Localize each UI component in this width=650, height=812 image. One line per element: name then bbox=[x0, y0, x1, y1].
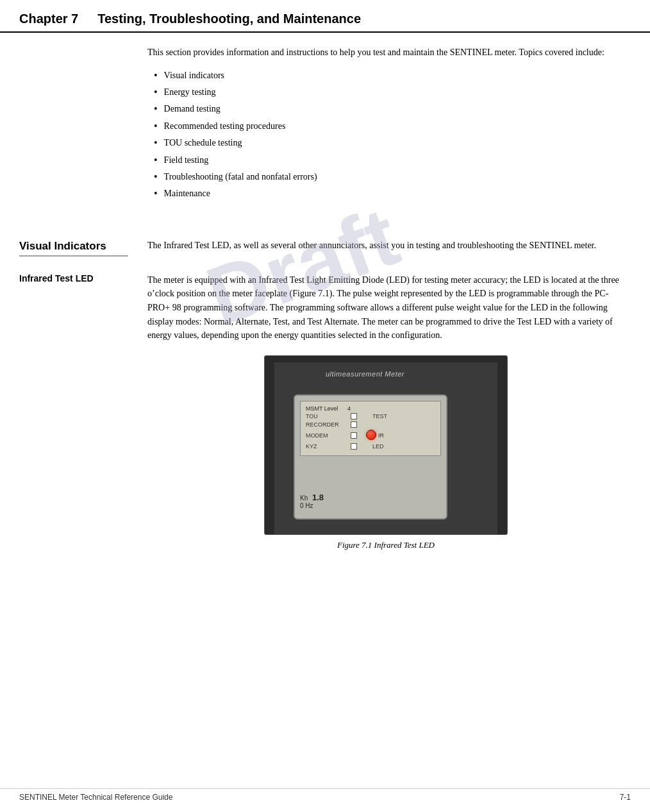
list-item: • Demand testing bbox=[154, 102, 624, 116]
visual-indicators-body: The Infrared Test LED, as well as severa… bbox=[147, 239, 624, 253]
infrared-right-body: The meter is equipped with an Infrared T… bbox=[135, 268, 650, 550]
tou-checkbox bbox=[351, 413, 357, 419]
bullet-icon: • bbox=[154, 102, 158, 116]
section-left-heading: Visual Indicators bbox=[0, 233, 135, 257]
meter-recorder-row: RECORDER bbox=[306, 421, 435, 428]
list-item: • Troubleshooting (fatal and nonfatal er… bbox=[154, 170, 624, 184]
ir-led-indicator bbox=[366, 430, 376, 440]
modem-checkbox bbox=[351, 432, 357, 439]
meter-top-label: ultimeasurement Meter bbox=[326, 370, 404, 378]
infrared-led-section: Infrared Test LED The meter is equipped … bbox=[0, 268, 650, 550]
meter-tou-row: TOU TEST bbox=[306, 413, 435, 419]
list-item: • TOU schedule testing bbox=[154, 136, 624, 150]
meter-outer: ultimeasurement Meter MSMT Level 4 bbox=[274, 362, 497, 534]
bullet-icon: • bbox=[154, 119, 158, 133]
kyz-checkbox bbox=[351, 443, 357, 450]
topics-list: • Visual indicators • Energy testing • D… bbox=[154, 69, 624, 201]
visual-indicators-title: Visual Indicators bbox=[19, 240, 128, 257]
section-right-body: The Infrared Test LED, as well as severa… bbox=[135, 233, 650, 260]
right-column: This section provides information and in… bbox=[135, 33, 650, 227]
bullet-icon: • bbox=[154, 187, 158, 201]
recorder-checkbox bbox=[351, 421, 357, 428]
meter-msmt-row: MSMT Level 4 bbox=[306, 405, 435, 412]
kh-row: Kh 1.8 0 Hz bbox=[300, 493, 324, 509]
chapter-label: Chapter 7 bbox=[19, 12, 78, 26]
figure-caption: Figure 7.1 Infrared Test LED bbox=[337, 540, 435, 550]
figure-image: ultimeasurement Meter MSMT Level 4 bbox=[264, 355, 508, 535]
page-footer: SENTINEL Meter Technical Reference Guide… bbox=[0, 788, 650, 806]
meter-body: MSMT Level 4 TOU TEST RECORDE bbox=[294, 394, 447, 520]
intro-paragraph: This section provides information and in… bbox=[147, 46, 624, 60]
meter-display: MSMT Level 4 TOU TEST RECORDE bbox=[300, 401, 441, 456]
list-item: • Recommended testing procedures bbox=[154, 119, 624, 133]
list-item: • Field testing bbox=[154, 153, 624, 167]
chapter-title: Testing, Troubleshooting, and Maintenanc… bbox=[97, 12, 361, 26]
bullet-icon: • bbox=[154, 69, 158, 83]
meter-kyz-row: KYZ LED bbox=[306, 443, 435, 450]
figure-container: ultimeasurement Meter MSMT Level 4 bbox=[147, 355, 624, 550]
list-item: • Maintenance bbox=[154, 187, 624, 201]
footer-left: SENTINEL Meter Technical Reference Guide bbox=[19, 793, 172, 802]
infrared-left-heading: Infrared Test LED bbox=[0, 268, 135, 283]
list-item: • Visual indicators bbox=[154, 69, 624, 83]
page-content: This section provides information and in… bbox=[0, 33, 650, 227]
bullet-icon: • bbox=[154, 85, 158, 99]
bullet-icon: • bbox=[154, 170, 158, 184]
bullet-icon: • bbox=[154, 136, 158, 150]
infrared-led-body: The meter is equipped with an Infrared T… bbox=[147, 273, 624, 343]
meter-modem-row: MODEM IR bbox=[306, 430, 435, 441]
footer-right: 7-1 bbox=[620, 793, 631, 802]
page-header: Chapter 7 Testing, Troubleshooting, and … bbox=[0, 0, 650, 33]
bullet-icon: • bbox=[154, 153, 158, 167]
infrared-led-title: Infrared Test LED bbox=[19, 273, 128, 283]
visual-indicators-section: Visual Indicators The Infrared Test LED,… bbox=[0, 233, 650, 260]
list-item: • Energy testing bbox=[154, 85, 624, 99]
left-column bbox=[0, 33, 135, 227]
